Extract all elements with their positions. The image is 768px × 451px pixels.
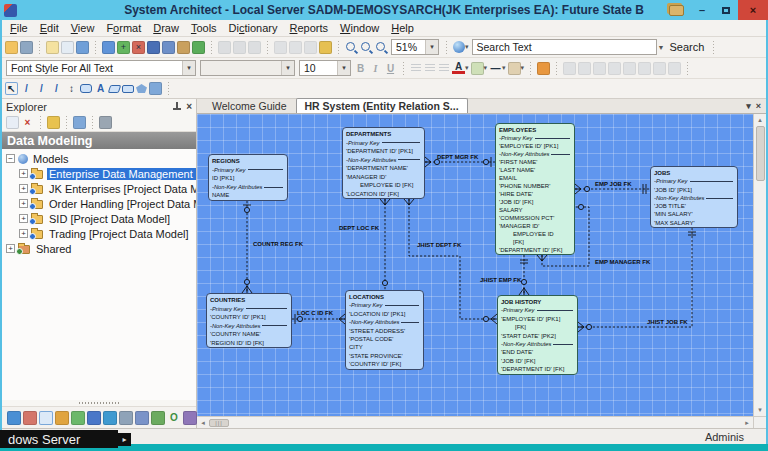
font-name-combo[interactable]: ▾ <box>200 60 295 76</box>
open-icon[interactable] <box>5 41 18 54</box>
expander-icon[interactable]: + <box>19 229 28 238</box>
menu-view[interactable]: View <box>65 22 101 34</box>
scroll-right-icon[interactable]: ▸ <box>741 419 753 427</box>
space-down-icon[interactable] <box>668 62 681 75</box>
polyline-tool-icon[interactable]: / <box>35 82 48 95</box>
close-tab-icon[interactable]: × <box>756 101 761 111</box>
publish-icon[interactable] <box>177 41 190 54</box>
fill-color-icon[interactable] <box>471 62 484 75</box>
users-lock-icon[interactable] <box>71 411 85 425</box>
bold-icon[interactable]: B <box>354 62 367 75</box>
menu-reports[interactable]: Reports <box>284 22 335 34</box>
line-color-icon[interactable] <box>508 62 521 75</box>
menu-help[interactable]: Help <box>385 22 420 34</box>
tree-item-sid-project-data-model[interactable]: +SID [Project Data Model] <box>2 211 196 226</box>
cut-icon[interactable] <box>274 41 287 54</box>
menu-draw[interactable]: Draw <box>147 22 185 34</box>
web-search-icon[interactable] <box>453 41 465 53</box>
save-all-icon[interactable] <box>162 41 175 54</box>
horizontal-scroll-thumb[interactable]: ||| <box>209 419 229 427</box>
network-globe-icon[interactable] <box>103 411 117 425</box>
copy-icon[interactable] <box>289 41 302 54</box>
chevron-down-icon[interactable]: ▼ <box>658 44 665 51</box>
rounded-rect-tool-icon[interactable] <box>80 84 92 93</box>
tree-item-order-handling-project-data-mo[interactable]: +Order Handling [Project Data Model] <box>2 196 196 211</box>
tree-item-shared[interactable]: +Shared <box>2 241 196 256</box>
edit-item-icon[interactable] <box>6 116 19 129</box>
auto-route-icon[interactable] <box>537 62 550 75</box>
tree-item-trading-project-data-model[interactable]: +Trading [Project Data Model] <box>2 226 196 241</box>
zoom-level-combo[interactable]: 51% ▾ <box>391 39 439 55</box>
align-left-edges-icon[interactable] <box>593 62 606 75</box>
new-diagram-icon[interactable] <box>102 41 115 54</box>
rectangle-tool-icon[interactable] <box>122 85 134 93</box>
chevron-down-icon[interactable]: ▾ <box>521 64 525 72</box>
scroll-up-icon[interactable]: ▴ <box>758 114 762 126</box>
pin-icon[interactable] <box>172 102 181 111</box>
menu-format[interactable]: Format <box>100 22 147 34</box>
tree-item-jk-enterprises-project-data-mo[interactable]: +JK Enterprises [Project Data Model] <box>2 181 196 196</box>
link-icon[interactable] <box>248 41 261 54</box>
delete-diagram-icon[interactable]: × <box>132 41 145 54</box>
edit-model-icon[interactable] <box>61 41 74 54</box>
font-size-combo[interactable]: 10 ▾ <box>299 60 351 76</box>
horizontal-scrollbar[interactable]: ◂ ||| ▸ <box>197 416 753 428</box>
tab-hr-system-entity-relation-s[interactable]: HR System (Entity Relation S... <box>296 98 468 113</box>
undo-icon[interactable] <box>319 41 332 54</box>
stacked-windows-icon[interactable] <box>669 5 684 16</box>
select-tool-icon[interactable]: ↖ <box>5 82 18 95</box>
expander-icon[interactable]: + <box>19 199 28 208</box>
paste-icon[interactable] <box>304 41 317 54</box>
align-right-edges-icon[interactable] <box>608 62 621 75</box>
scroll-down-icon[interactable]: ▾ <box>758 404 762 416</box>
expander-icon[interactable]: + <box>19 214 28 223</box>
font-style-combo[interactable]: Font Style For All Text ▾ <box>6 60 196 76</box>
zoom-in-icon[interactable] <box>375 41 388 54</box>
chevron-down-icon[interactable]: ▾ <box>281 61 294 75</box>
chevron-down-icon[interactable]: ▾ <box>425 40 438 54</box>
entity-locations[interactable]: LOCATIONS-Primary Key'LOCATION ID' [PK1]… <box>345 290 424 370</box>
vertical-line-tool-icon[interactable]: ↕ <box>65 82 78 95</box>
globe-icon[interactable] <box>7 411 21 425</box>
entity-regions[interactable]: REGIONS-Primary KeyID [PK1]-Non-Key Attr… <box>208 154 288 201</box>
same-width-icon[interactable] <box>623 62 636 75</box>
menu-tools[interactable]: Tools <box>185 22 223 34</box>
chevron-down-icon[interactable]: ▾ <box>182 61 195 75</box>
refresh-icon[interactable] <box>192 41 205 54</box>
expander-icon[interactable]: + <box>19 169 28 178</box>
ellipse-icon[interactable]: O <box>167 411 181 425</box>
align-right-icon[interactable] <box>439 64 449 73</box>
chevron-down-icon[interactable]: ▾ <box>484 64 488 72</box>
chevron-down-icon[interactable]: ▾ <box>337 61 350 75</box>
delete-item-icon[interactable]: × <box>21 116 34 129</box>
curve-tool-icon[interactable]: / <box>50 82 63 95</box>
settings-icon[interactable] <box>20 41 33 54</box>
line-tool-icon[interactable]: / <box>20 82 33 95</box>
menu-window[interactable]: Window <box>334 22 385 34</box>
entity-job-history[interactable]: JOB HISTORY-Primary Key'EMPLOYEE ID' [PK… <box>497 295 578 375</box>
new-model-icon[interactable] <box>46 41 59 54</box>
zoom-icon[interactable] <box>345 41 358 54</box>
taskbar-popup-arrow[interactable]: ▸ <box>118 433 131 446</box>
key-icon[interactable] <box>47 116 60 129</box>
entity-jobs[interactable]: JOBS-Primary Key'JOB ID' [PK1]-Non-Key A… <box>650 166 738 228</box>
user-green-icon[interactable] <box>151 411 165 425</box>
align-center-icon[interactable] <box>425 64 435 73</box>
close-button[interactable]: × <box>738 0 768 20</box>
align-bottom-edges-icon[interactable] <box>578 62 591 75</box>
user-blue-icon[interactable] <box>135 411 149 425</box>
taskbar-windows-server[interactable]: dows Server <box>0 430 118 448</box>
search-button[interactable]: Search <box>665 41 708 53</box>
binoculars-icon[interactable] <box>99 116 112 129</box>
save-icon[interactable] <box>147 41 160 54</box>
chevron-down-icon[interactable]: ▾ <box>502 64 506 72</box>
tree-item-models[interactable]: −Models <box>2 151 196 166</box>
attach-icon[interactable] <box>218 41 231 54</box>
entity-employees[interactable]: EMPLOYEES-Primary Key'EMPLOYEE ID' [PK1]… <box>495 123 575 255</box>
parallelogram-tool-icon[interactable] <box>108 85 122 93</box>
italic-icon[interactable]: I <box>369 62 382 75</box>
expander-icon[interactable]: − <box>6 154 15 163</box>
text-tool-icon[interactable]: A <box>94 82 107 95</box>
font-color-icon[interactable]: A <box>452 62 465 74</box>
image-tool-icon[interactable] <box>149 82 162 95</box>
